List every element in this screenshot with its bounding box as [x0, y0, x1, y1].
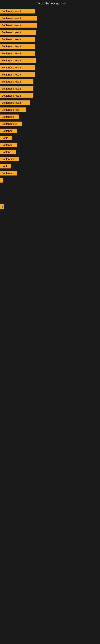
bottleneck-badge: Bottleneck result: [0, 72, 35, 77]
list-item: Bottleneck result: [0, 99, 100, 106]
list-item: Bottl: [0, 162, 100, 170]
bottleneck-badge: Bottleneck result: [0, 37, 35, 42]
list-item: Bottleneck result: [0, 78, 100, 85]
bottleneck-badge: Bottleneck result: [0, 51, 35, 56]
list-item: Bottleneck: [0, 113, 100, 120]
bottleneck-badge: |: [0, 178, 3, 182]
items-container: Bottleneck resultBottleneck resultBottle…: [0, 7, 100, 250]
list-item: Bottleneck result: [0, 22, 100, 29]
list-item: Bottle: [0, 134, 100, 142]
bottleneck-badge: Bottleneck: [0, 114, 19, 119]
list-item: Bottleneck result: [0, 36, 100, 43]
site-header: TheBottlenecker.com: [0, 0, 100, 7]
list-item-empty: [0, 236, 100, 242]
bottleneck-badge: Bottl: [0, 164, 11, 168]
bottleneck-badge: Bottleneck: [0, 157, 19, 162]
bottleneck-badge: Bottleneck result: [0, 65, 35, 70]
list-item: B: [0, 203, 100, 210]
bottleneck-badge: Bottleneck result: [0, 58, 36, 63]
list-item: Bottlenec: [0, 142, 100, 148]
list-item: Bottleneck resu: [0, 106, 100, 113]
list-item: Bottleneck: [0, 156, 100, 162]
bottleneck-badge: Bottleneck result: [0, 30, 36, 34]
bottleneck-badge: Bottlenec: [0, 143, 17, 147]
bottleneck-badge: Bottleneck result: [0, 9, 35, 14]
list-item: |: [0, 177, 100, 184]
list-item-empty: [0, 230, 100, 236]
list-item: Bottleneck result: [0, 43, 100, 50]
list-item-empty: [0, 210, 100, 216]
bottleneck-badge: Bottleneck result: [0, 23, 37, 28]
bottleneck-badge: Bottleneck result: [0, 79, 33, 84]
list-item: Bottlenec: [0, 128, 100, 134]
bottleneck-badge: B: [0, 204, 3, 209]
bottleneck-badge: Bottleneck re: [0, 122, 22, 126]
bottleneck-badge: Bottleneck result: [0, 100, 30, 105]
list-item: Bottlenec: [0, 170, 100, 177]
bottleneck-badge: Bottle: [0, 136, 12, 140]
bottleneck-badge: Bottleneck result: [0, 94, 33, 98]
bottleneck-badge: Bottleneck resu: [0, 108, 26, 112]
list-item: Bottleneck result: [0, 8, 100, 15]
bottleneck-badge: Bottlenec: [0, 171, 17, 176]
bottleneck-badge: Bottlene: [0, 150, 16, 154]
list-item-empty: [0, 196, 100, 203]
bottleneck-badge: Bottleneck result: [0, 44, 35, 49]
bottleneck-badge: Bottleneck result: [0, 86, 33, 91]
bottleneck-badge: Bottlenec: [0, 128, 17, 133]
list-item-empty: [0, 223, 100, 230]
list-item: Bottleneck re: [0, 120, 100, 128]
list-item-empty: [0, 184, 100, 190]
list-item: Bottleneck result: [0, 64, 100, 71]
list-item: Bottleneck result: [0, 50, 100, 57]
list-item: Bottleneck result: [0, 15, 100, 22]
list-item-empty: [0, 216, 100, 223]
list-item: Bottleneck result: [0, 57, 100, 64]
list-item-empty: [0, 190, 100, 196]
list-item: Bottleneck result: [0, 29, 100, 36]
list-item: Bottleneck result: [0, 92, 100, 99]
list-item: Bottleneck result: [0, 85, 100, 92]
list-item: Bottlene: [0, 148, 100, 156]
list-item: Bottleneck result: [0, 71, 100, 78]
site-title: TheBottlenecker.com: [35, 2, 65, 5]
bottleneck-badge: Bottleneck result: [0, 16, 37, 20]
list-item-empty: [0, 242, 100, 249]
